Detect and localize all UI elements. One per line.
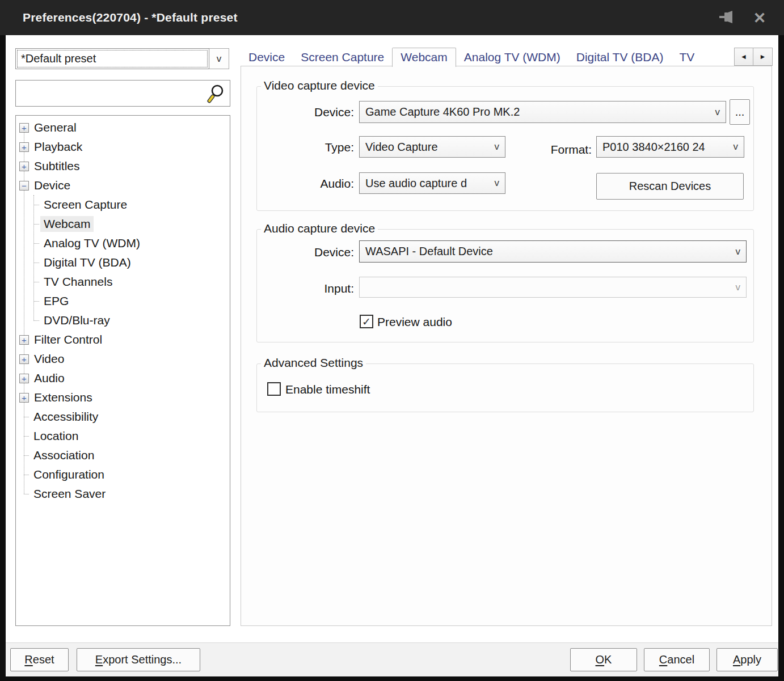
settings-tree-panel: +General+Playback+Subtitles−DeviceScreen…: [15, 115, 230, 626]
title-bar: Preferences(220704) - *Default preset ✕: [0, 0, 784, 35]
tab-device[interactable]: Device: [241, 48, 293, 67]
arrow-right-icon: ►: [760, 53, 766, 61]
tab-screen-capture[interactable]: Screen Capture: [293, 48, 392, 67]
pin-icon: [718, 10, 737, 27]
expand-icon[interactable]: +: [19, 142, 29, 152]
preset-combobox[interactable]: *Default preset v: [15, 48, 229, 69]
tree-item-label: Device: [31, 177, 74, 193]
format-select[interactable]: P010 3840×2160 24 v: [596, 136, 744, 158]
tree-item-location[interactable]: Location: [16, 426, 230, 446]
tree-item-label: Playback: [31, 139, 86, 155]
preferences-window: Preferences(220704) - *Default preset ✕ …: [0, 0, 784, 681]
tree-item-video[interactable]: +Video: [16, 349, 230, 369]
tree-item-label: Screen Saver: [30, 486, 109, 502]
type-label: Type:: [256, 141, 354, 154]
tab-scroll-left-button[interactable]: ◄: [734, 48, 753, 66]
search-input[interactable]: [16, 87, 207, 100]
preset-dropdown-button[interactable]: v: [209, 48, 229, 69]
tab-analog-tv-wdm[interactable]: Analog TV (WDM): [456, 48, 568, 67]
tree-item-audio[interactable]: +Audio: [16, 369, 230, 388]
tab-tv[interactable]: TV: [671, 48, 702, 67]
cancel-button[interactable]: Cancel: [644, 648, 710, 671]
capture-type-select[interactable]: Video Capture v: [359, 136, 505, 158]
tree-item-label: EPG: [40, 293, 72, 309]
tree-item-label: Video: [31, 351, 68, 367]
input-label: Input:: [256, 282, 354, 295]
chevron-down-icon: v: [730, 141, 739, 153]
window-title: Preferences(220704) - *Default preset: [23, 0, 238, 35]
expand-icon[interactable]: +: [19, 374, 29, 383]
audio-source-select[interactable]: Use audio capture d v: [359, 172, 505, 194]
pin-button[interactable]: [715, 7, 741, 29]
tree-item-subtitles[interactable]: +Subtitles: [16, 156, 230, 176]
tree-item-playback[interactable]: +Playback: [16, 137, 230, 156]
audio-device-value: WASAPI - Default Device: [365, 245, 493, 258]
reset-button[interactable]: Reset: [10, 648, 69, 671]
enable-timeshift-checkbox[interactable]: [267, 382, 281, 396]
preview-audio-label[interactable]: Preview audio: [377, 315, 452, 329]
tree-item-accessibility[interactable]: Accessibility: [16, 407, 230, 426]
tree-item-tv-channels[interactable]: TV Channels: [16, 272, 230, 291]
tree-item-webcam[interactable]: Webcam: [16, 214, 230, 234]
expand-icon[interactable]: +: [19, 354, 29, 364]
tree-item-extensions[interactable]: +Extensions: [16, 388, 230, 407]
tree-item-filter-control[interactable]: +Filter Control: [16, 330, 230, 349]
groupbox-legend: Video capture device: [261, 79, 378, 92]
audio-input-select[interactable]: v: [359, 277, 747, 298]
tree-item-label: Subtitles: [31, 158, 83, 174]
search-box: [15, 80, 230, 107]
audio-device-select[interactable]: WASAPI - Default Device v: [359, 240, 747, 263]
video-device-value: Game Capture 4K60 Pro MK.2: [365, 105, 520, 119]
tree-item-label: Audio: [31, 370, 68, 386]
device-label: Device:: [256, 105, 354, 119]
tab-scroll-buttons: ◄ ►: [734, 48, 773, 66]
tree-item-label: Configuration: [30, 467, 108, 483]
tree-item-label: Accessibility: [30, 409, 102, 425]
enable-timeshift-label[interactable]: Enable timeshift: [285, 383, 370, 396]
expand-icon[interactable]: +: [19, 162, 29, 171]
capture-type-value: Video Capture: [365, 141, 438, 154]
tab-webcam[interactable]: Webcam: [392, 48, 456, 67]
tree-item-device[interactable]: −Device: [16, 176, 230, 195]
tree-item-general[interactable]: +General: [16, 118, 230, 137]
close-icon: ✕: [753, 9, 766, 27]
tab-digital-tv-bda[interactable]: Digital TV (BDA): [568, 48, 672, 67]
ok-button[interactable]: OK: [570, 648, 637, 671]
tree-item-dvd-blu-ray[interactable]: DVD/Blu-ray: [16, 311, 230, 330]
video-device-select[interactable]: Game Capture 4K60 Pro MK.2 v: [359, 101, 726, 123]
tree-item-label: Analog TV (WDM): [40, 235, 144, 251]
search-icon: [207, 84, 225, 103]
tree-item-configuration[interactable]: Configuration: [16, 465, 230, 484]
preset-value[interactable]: *Default preset: [15, 48, 209, 69]
rescan-devices-button[interactable]: Rescan Devices: [596, 173, 744, 200]
tree-item-label: Association: [30, 447, 98, 463]
tree-item-screen-saver[interactable]: Screen Saver: [16, 484, 230, 504]
tree-item-analog-tv-wdm[interactable]: Analog TV (WDM): [16, 234, 230, 253]
chevron-down-icon: v: [217, 53, 222, 65]
tab-scroll-right-button[interactable]: ►: [753, 48, 773, 66]
preview-audio-checkbox[interactable]: ✓: [360, 315, 373, 328]
groupbox-legend: Audio capture device: [261, 222, 378, 235]
tree-item-screen-capture[interactable]: Screen Capture: [16, 195, 230, 214]
device-more-button[interactable]: ...: [730, 99, 750, 125]
collapse-icon[interactable]: −: [19, 181, 29, 191]
expand-icon[interactable]: +: [19, 393, 29, 403]
export-settings-button[interactable]: Export Settings...: [77, 648, 200, 671]
tree-item-epg[interactable]: EPG: [16, 291, 230, 311]
chevron-down-icon: v: [732, 246, 741, 257]
tree-item-digital-tv-bda[interactable]: Digital TV (BDA): [16, 253, 230, 272]
tree-item-label: Screen Capture: [40, 197, 130, 213]
tree-item-label: General: [31, 120, 80, 136]
expand-icon[interactable]: +: [19, 123, 29, 133]
expand-icon[interactable]: +: [19, 335, 29, 345]
apply-button[interactable]: Apply: [716, 648, 778, 671]
tree-item-label: TV Channels: [40, 274, 116, 290]
chevron-down-icon: v: [491, 177, 500, 189]
tree-item-association[interactable]: Association: [16, 446, 230, 465]
close-button[interactable]: ✕: [747, 7, 773, 29]
tab-bar: DeviceScreen CaptureWebcamAnalog TV (WDM…: [241, 48, 734, 67]
audio-source-value: Use audio capture d: [365, 177, 467, 190]
tree-item-label: Webcam: [40, 216, 94, 232]
audio-label: Audio:: [256, 177, 354, 191]
tree-item-label: Extensions: [31, 390, 96, 405]
